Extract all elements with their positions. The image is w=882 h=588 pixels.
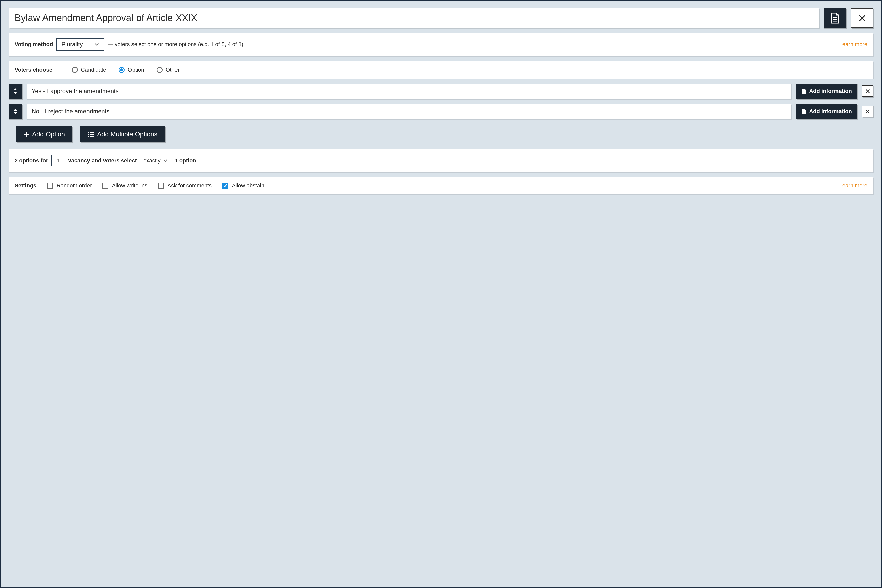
voters-choose-label: Voters choose [15, 67, 52, 73]
settings-learn-more[interactable]: Learn more [839, 182, 867, 189]
close-icon [858, 14, 866, 22]
add-information-button[interactable]: Add information [796, 104, 857, 119]
checkbox-icon [158, 183, 164, 189]
radio-label: Candidate [81, 67, 106, 73]
header-row: Bylaw Amendment Approval of Article XXIX [9, 8, 873, 28]
radio-option[interactable]: Option [119, 67, 144, 73]
document-icon [831, 13, 840, 24]
radio-other[interactable]: Other [157, 67, 180, 73]
svg-marker-5 [14, 88, 17, 90]
radio-icon [157, 67, 163, 73]
drag-handle[interactable] [9, 104, 22, 119]
checkbox-allow-abstain[interactable]: Allow abstain [222, 182, 264, 189]
add-info-label: Add information [809, 108, 852, 115]
voting-method-select[interactable]: Plurality [56, 39, 104, 51]
svg-marker-9 [14, 108, 17, 111]
voters-choose-row: Voters choose Candidate Option Other [15, 67, 867, 73]
option-row: No - I reject the amendments Add informa… [9, 104, 873, 119]
select-mode-dropdown[interactable]: exactly [140, 156, 171, 165]
delete-option-button[interactable] [862, 86, 873, 97]
svg-rect-18 [90, 134, 94, 135]
voting-method-learn-more[interactable]: Learn more [839, 41, 867, 48]
checkbox-icon [102, 183, 108, 189]
checkmark-icon [223, 184, 227, 188]
svg-rect-15 [88, 132, 89, 133]
summary-panel: 2 options for vacancy and voters select … [9, 149, 873, 172]
add-multiple-options-button[interactable]: Add Multiple Options [80, 126, 165, 142]
question-editor: Bylaw Amendment Approval of Article XXIX… [0, 0, 882, 588]
settings-panel: Settings Random order Allow write-ins As… [9, 177, 873, 195]
voting-method-selected: Plurality [62, 41, 83, 48]
action-buttons-row: Add Option Add Multiple Options [9, 126, 873, 142]
checkbox-icon [47, 183, 53, 189]
svg-rect-20 [90, 136, 94, 137]
voting-method-description: — voters select one or more options (e.g… [108, 41, 243, 48]
checkbox-icon [222, 183, 228, 189]
close-icon [865, 89, 870, 94]
document-button[interactable] [824, 8, 846, 28]
add-info-label: Add information [809, 88, 852, 94]
radio-icon [72, 67, 78, 73]
checkbox-ask-for-comments[interactable]: Ask for comments [158, 182, 212, 189]
file-icon [802, 108, 806, 114]
add-option-button[interactable]: Add Option [16, 126, 72, 142]
checkbox-random-order[interactable]: Random order [47, 182, 92, 189]
svg-rect-17 [88, 134, 89, 135]
close-button[interactable] [851, 8, 873, 28]
svg-marker-6 [14, 92, 17, 94]
summary-prefix: 2 options for [15, 157, 48, 164]
drag-handle[interactable] [9, 84, 22, 99]
settings-label: Settings [15, 182, 36, 189]
checkbox-label: Random order [57, 182, 92, 189]
vacancy-input[interactable] [51, 155, 65, 166]
add-information-button[interactable]: Add information [796, 84, 857, 99]
chevron-down-icon [164, 159, 168, 162]
select-mode-value: exactly [143, 157, 161, 164]
radio-icon [119, 67, 125, 73]
option-text-input[interactable]: No - I reject the amendments [27, 104, 792, 119]
option-text-input[interactable]: Yes - I approve the amendments [27, 84, 792, 99]
chevron-down-icon [95, 43, 99, 46]
close-icon [865, 109, 870, 114]
option-row: Yes - I approve the amendments Add infor… [9, 84, 873, 99]
voting-method-row: Voting method Plurality — voters select … [15, 39, 867, 51]
settings-row: Settings Random order Allow write-ins As… [15, 182, 867, 189]
voting-method-label: Voting method [15, 41, 53, 48]
plus-icon [24, 132, 29, 137]
summary-suffix: 1 option [174, 157, 196, 164]
sort-icon [13, 88, 18, 94]
add-option-label: Add Option [32, 130, 65, 138]
delete-option-button[interactable] [862, 105, 873, 117]
voters-choose-panel: Voters choose Candidate Option Other [9, 61, 873, 79]
question-title-input[interactable]: Bylaw Amendment Approval of Article XXIX [9, 8, 819, 28]
checkbox-label: Allow abstain [232, 182, 264, 189]
svg-rect-19 [88, 136, 89, 137]
svg-marker-10 [14, 112, 17, 114]
list-icon [87, 132, 94, 137]
checkbox-allow-write-ins[interactable]: Allow write-ins [102, 182, 147, 189]
file-icon [802, 88, 806, 94]
checkbox-label: Allow write-ins [112, 182, 147, 189]
svg-rect-16 [90, 132, 94, 133]
voters-choose-radio-group: Candidate Option Other [72, 67, 180, 73]
add-multiple-label: Add Multiple Options [97, 130, 158, 138]
radio-label: Option [128, 67, 144, 73]
radio-candidate[interactable]: Candidate [72, 67, 106, 73]
voting-method-panel: Voting method Plurality — voters select … [9, 33, 873, 56]
radio-label: Other [166, 67, 180, 73]
sort-icon [13, 108, 18, 115]
summary-mid: vacancy and voters select [68, 157, 137, 164]
summary-row: 2 options for vacancy and voters select … [15, 155, 867, 166]
checkbox-label: Ask for comments [167, 182, 212, 189]
